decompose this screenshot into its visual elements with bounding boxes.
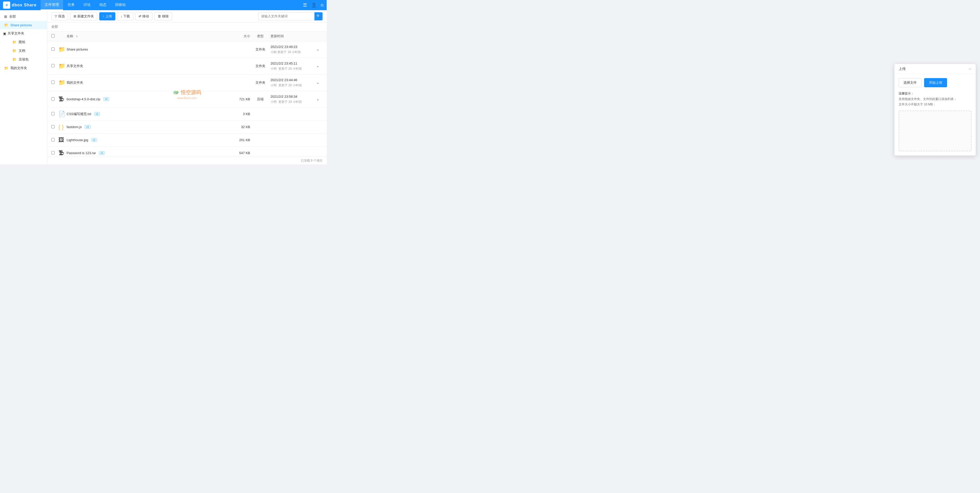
docs-label: 文档 <box>19 48 25 53</box>
table-row: 🗜 Password is 123.rar v1 547 KB <box>47 147 327 157</box>
upload-button[interactable]: ↑ 上传 <box>99 12 115 21</box>
folder-icon-docs: 📁 <box>12 49 17 53</box>
delete-label: 移除 <box>162 14 169 19</box>
folder-icon-my: 📁 <box>4 66 8 70</box>
sidebar-share-label: Share pictures <box>11 23 32 27</box>
row8-size: 547 KB <box>224 151 250 155</box>
tab-discuss[interactable]: 讨论 <box>80 0 95 10</box>
row3-expand[interactable]: ⌄ <box>317 81 323 84</box>
sidebar-item-my-folder[interactable]: 📁 我的文件夹 <box>0 64 47 73</box>
row6-icon: { } <box>59 124 67 130</box>
header-size: 大小 <box>224 34 250 38</box>
version-badge: v1 <box>103 97 109 101</box>
row6-size: 32 KB <box>224 125 250 129</box>
row4-size: 721 KB <box>224 97 250 101</box>
sidebar-item-docs[interactable]: 📁 文档 <box>7 46 47 55</box>
row3-icon: 📁 <box>59 80 67 86</box>
search-button[interactable]: 🔍 <box>314 12 323 21</box>
menu-icon[interactable]: ☰ <box>303 2 307 8</box>
row8-icon: 🗜 <box>59 150 67 156</box>
download-button[interactable]: ↓ 下载 <box>118 12 134 21</box>
row2-expand[interactable]: ⌄ <box>317 64 323 68</box>
row7-check[interactable] <box>51 138 59 142</box>
row6-name[interactable]: fastdom.js v1 <box>67 125 224 129</box>
move-button[interactable]: ⇄ 移动 <box>135 12 152 21</box>
row2-type: 文件夹 <box>250 64 270 68</box>
folder-icon-share: 📁 <box>4 23 8 27</box>
collapse-icon: ▣ <box>3 32 6 35</box>
header-time: 更新时间 <box>270 34 317 38</box>
delete-button[interactable]: 🗑 移除 <box>154 12 172 21</box>
row8-check[interactable] <box>51 151 59 155</box>
img-icon: 🖼 <box>59 137 64 143</box>
folder-icon-drawings: 📁 <box>12 40 17 44</box>
footer: 已加载 8 个项目 <box>47 157 327 164</box>
row5-check[interactable] <box>51 112 59 116</box>
filter-button[interactable]: ▽ 筛选 <box>51 12 68 21</box>
row1-time: 2021/2/2 23:49:23 小刚 更新于 19 小时前 <box>270 45 317 55</box>
search-icon: 🔍 <box>317 14 321 18</box>
breadcrumb-text: 全部 <box>51 25 58 29</box>
row1-expand[interactable]: ⌄ <box>317 48 323 51</box>
nav-tabs: 文件管理 任务 讨论 动态 回收站 <box>41 0 303 10</box>
row1-name[interactable]: Share pictures <box>67 48 224 51</box>
row2-icon: 📁 <box>59 63 67 69</box>
header-name[interactable]: 名称 ⇅ <box>67 34 224 38</box>
row2-check[interactable] <box>51 64 59 68</box>
row6-check[interactable] <box>51 125 59 129</box>
sidebar-item-archives[interactable]: 📁 压缩包 <box>7 55 47 64</box>
row4-name[interactable]: bootstrap-4.5.0-dist.zip v1 <box>67 97 224 101</box>
user-icon[interactable]: 👤 <box>311 2 317 8</box>
tab-activity[interactable]: 动态 <box>95 0 110 10</box>
toolbar: ▽ 筛选 ⊞ 新建文件夹 ↑ 上传 ↓ 下载 ⇄ 移动 🗑 移除 <box>47 10 327 22</box>
main-layout: ⊞ 全部 📁 Share pictures ▣ 共享文件夹 📁 图纸 📁 文档 … <box>0 10 327 164</box>
tab-file-manage[interactable]: 文件管理 <box>41 0 63 10</box>
version-badge: v1 <box>99 151 105 155</box>
sidebar-group-shared[interactable]: ▣ 共享文件夹 <box>0 29 47 38</box>
version-badge: v1 <box>85 125 91 129</box>
row5-name[interactable]: CSS编写规范.txt v1 <box>67 112 224 116</box>
header-check[interactable] <box>51 34 59 38</box>
logo: d dbox Share <box>3 2 37 9</box>
row8-name[interactable]: Password is 123.rar v1 <box>67 151 224 155</box>
sort-icon[interactable]: ⇅ <box>76 35 78 38</box>
footer-count: 已加载 8 个项目 <box>301 159 323 163</box>
search-input[interactable] <box>258 12 314 21</box>
tab-recycle[interactable]: 回收站 <box>111 0 130 10</box>
header-type: 类型 <box>250 34 270 38</box>
row4-check[interactable] <box>51 97 59 101</box>
new-folder-button[interactable]: ⊞ 新建文件夹 <box>70 12 97 21</box>
row1-check[interactable] <box>51 48 59 52</box>
nav-right: ☰ 👤 ⎋ <box>303 2 324 8</box>
download-label: 下载 <box>123 14 130 19</box>
sidebar-item-drawings[interactable]: 📁 图纸 <box>7 38 47 46</box>
row3-type: 文件夹 <box>250 80 270 85</box>
logout-icon[interactable]: ⎋ <box>321 3 324 8</box>
logo-icon: d <box>3 2 10 9</box>
filter-label: 筛选 <box>58 14 65 19</box>
row4-expand[interactable]: ⌄ <box>317 97 323 101</box>
table-row: { } fastdom.js v1 32 KB <box>47 121 327 134</box>
filter-icon: ▽ <box>55 14 57 18</box>
drawings-label: 图纸 <box>19 40 25 45</box>
sidebar-item-share-pictures[interactable]: 📁 Share pictures <box>0 21 47 29</box>
row7-name[interactable]: Lighthouse.jpg v1 <box>67 138 224 142</box>
row1-icon: 📁 <box>59 46 67 53</box>
row7-size: 201 KB <box>224 138 250 142</box>
row7-icon: 🖼 <box>59 137 67 143</box>
new-folder-label: 新建文件夹 <box>77 14 94 19</box>
table-row: 🖼 Lighthouse.jpg v1 201 KB <box>47 134 327 147</box>
row4-type: 压缩 <box>250 97 270 102</box>
shared-folder-label: 共享文件夹 <box>8 31 24 36</box>
table-row: 📁 Share pictures 文件夹 2021/2/2 23:49:23 小… <box>47 41 327 58</box>
sidebar-item-all[interactable]: ⊞ 全部 <box>0 12 47 21</box>
tab-task[interactable]: 任务 <box>64 0 79 10</box>
version-badge: v1 <box>94 112 100 116</box>
row4-time: 2021/2/2 23:58:34 小明 更新于 19 小时前 <box>270 94 317 104</box>
sidebar-all-label: 全部 <box>9 14 16 19</box>
row3-check[interactable] <box>51 81 59 85</box>
row3-name[interactable]: 我的文件夹 <box>67 80 224 85</box>
new-folder-icon: ⊞ <box>73 14 76 18</box>
row2-name[interactable]: 共享文件夹 <box>67 64 224 68</box>
breadcrumb: 全部 <box>47 22 327 32</box>
